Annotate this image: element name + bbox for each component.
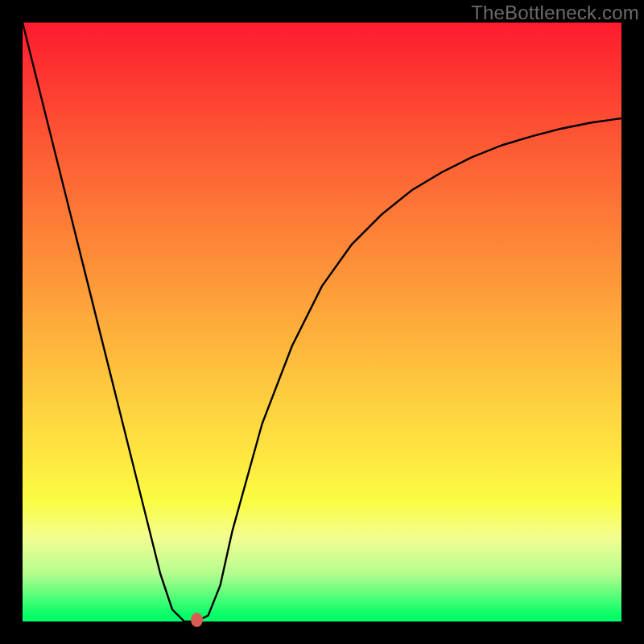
watermark-text: TheBottleneck.com [471, 2, 639, 24]
plot-area [23, 23, 621, 621]
optimum-marker [191, 613, 203, 627]
chart-frame: TheBottleneck.com [0, 0, 644, 644]
bottleneck-curve [23, 23, 621, 621]
